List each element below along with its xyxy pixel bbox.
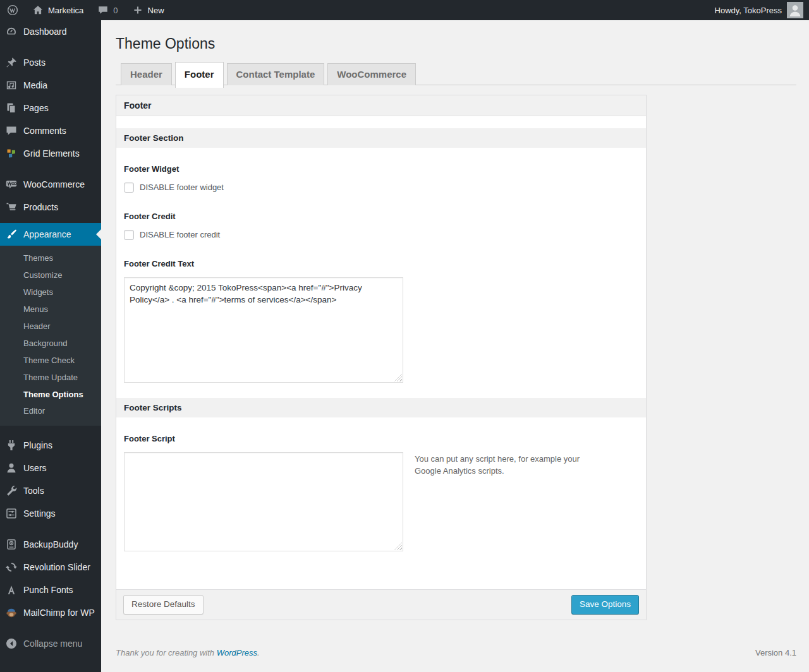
account-menu[interactable]: Howdy, TokoPress — [715, 2, 809, 18]
sidebar-label-plugins: Plugins — [23, 440, 52, 450]
sidebar-subitem-theme-check[interactable]: Theme Check — [0, 352, 101, 369]
restore-defaults-button[interactable]: Restore Defaults — [123, 595, 204, 615]
pages-icon — [5, 102, 18, 114]
sidebar-label-woocommerce: WooCommerce — [23, 179, 85, 189]
sidebar-item-grid-elements[interactable]: Grid Elements — [0, 142, 101, 165]
sidebar-label-appearance: Appearance — [23, 229, 71, 239]
main-content: Theme Options Header Footer Contact Temp… — [101, 20, 809, 672]
sidebar-label-settings: Settings — [23, 508, 56, 519]
comments-count: 0 — [113, 6, 118, 15]
tab-footer[interactable]: Footer — [175, 62, 224, 88]
footer-section-heading: Footer Section — [116, 128, 646, 148]
sidebar-item-backupbuddy[interactable]: BackupBuddy — [0, 533, 101, 556]
brush-icon — [5, 228, 18, 241]
version-text: Version 4.1 — [755, 648, 796, 657]
footer-widget-checkbox[interactable] — [124, 183, 134, 193]
sidebar-label-products: Products — [23, 202, 58, 212]
sidebar-item-users[interactable]: Users — [0, 457, 101, 479]
appearance-submenu: Themes Customize Widgets Menus Header Ba… — [0, 246, 101, 426]
sidebar-label-posts: Posts — [23, 57, 46, 68]
settings-icon — [5, 507, 18, 520]
page-title: Theme Options — [116, 35, 796, 53]
save-options-button[interactable]: Save Options — [571, 595, 639, 615]
user-icon — [5, 462, 18, 474]
sidebar-label-revolution-slider: Revolution Slider — [23, 562, 90, 572]
sidebar-item-pages[interactable]: Pages — [0, 97, 101, 119]
footer-script-textarea[interactable] — [124, 452, 403, 551]
thanks-suffix: . — [257, 648, 260, 657]
tab-woocommerce[interactable]: WooCommerce — [327, 63, 416, 85]
admin-bar: Marketica 0 New Howdy, TokoPress — [0, 0, 809, 20]
site-name: Marketica — [48, 6, 83, 15]
sidebar-item-media[interactable]: Media — [0, 74, 101, 97]
comments-menu[interactable]: 0 — [90, 0, 125, 20]
new-content-menu[interactable]: New — [125, 0, 171, 20]
footer-scripts-fields: Footer Script You can put any script her… — [116, 417, 646, 589]
sidebar-label-mailchimp: MailChimp for WP — [23, 608, 95, 618]
footer-thanks-text: Thank you for creating with WordPress. — [116, 648, 260, 657]
wordpress-logo-menu[interactable] — [0, 0, 25, 20]
footer-credit-textarea[interactable]: Copyright &copy; 2015 TokoPress<span><a … — [124, 277, 403, 383]
sidebar-subitem-widgets[interactable]: Widgets — [0, 284, 101, 301]
panel-gap — [116, 116, 646, 128]
sidebar-label-tools: Tools — [23, 486, 44, 496]
sidebar-item-products[interactable]: Products — [0, 196, 101, 219]
sidebar-subitem-theme-update[interactable]: Theme Update — [0, 369, 101, 387]
sidebar-subitem-header[interactable]: Header — [0, 318, 101, 335]
woocommerce-icon — [5, 178, 18, 191]
sidebar-item-posts[interactable]: Posts — [0, 51, 101, 74]
sidebar-item-appearance[interactable]: Appearance — [0, 223, 101, 246]
footer-widget-label: Footer Widget — [124, 164, 638, 174]
sidebar-subitem-themes[interactable]: Themes — [0, 250, 101, 267]
howdy-text: Howdy, TokoPress — [715, 6, 782, 15]
sidebar-item-collapse-menu[interactable]: Collapse menu — [0, 632, 101, 655]
tab-contact-template[interactable]: Contact Template — [227, 63, 325, 85]
sidebar-label-punch-fonts: Punch Fonts — [23, 585, 73, 595]
footer-credit-checkbox-row[interactable]: DISABLE footer credit — [124, 230, 638, 240]
sidebar-subitem-background[interactable]: Background — [0, 335, 101, 352]
sidebar-item-settings[interactable]: Settings — [0, 502, 101, 525]
sidebar-item-mailchimp[interactable]: MailChimp for WP — [0, 601, 101, 624]
plus-icon — [132, 4, 143, 16]
plugin-icon — [5, 439, 18, 452]
sidebar-item-tools[interactable]: Tools — [0, 479, 101, 502]
grid-elements-icon — [5, 147, 18, 160]
sidebar-label-dashboard: Dashboard — [23, 27, 67, 37]
mailchimp-monkey-icon — [5, 606, 18, 619]
wordpress-link[interactable]: WordPress — [217, 648, 257, 657]
site-name-menu[interactable]: Marketica — [25, 0, 90, 20]
sidebar-label-backupbuddy: BackupBuddy — [23, 539, 78, 549]
sidebar-label-media: Media — [23, 80, 47, 90]
sidebar-item-punch-fonts[interactable]: Punch Fonts — [0, 579, 101, 601]
home-icon — [32, 4, 44, 16]
sidebar-item-revolution-slider[interactable]: Revolution Slider — [0, 556, 101, 579]
sidebar-subitem-customize[interactable]: Customize — [0, 267, 101, 284]
panel-footer: Restore Defaults Save Options — [116, 589, 646, 620]
sidebar-item-plugins[interactable]: Plugins — [0, 434, 101, 457]
footer-credit-checkbox-label: DISABLE footer credit — [140, 230, 220, 239]
footer-credit-text-label: Footer Credit Text — [124, 259, 638, 268]
sidebar-item-comments[interactable]: Comments — [0, 119, 101, 142]
sidebar-subitem-editor[interactable]: Editor — [0, 403, 101, 420]
footer-widget-checkbox-label: DISABLE footer widget — [140, 183, 224, 192]
avatar — [787, 2, 803, 18]
backup-drive-icon — [5, 538, 18, 551]
sidebar-label-comments: Comments — [23, 126, 66, 136]
tab-header[interactable]: Header — [121, 63, 172, 85]
footer-credit-textarea-wrap: Copyright &copy; 2015 TokoPress<span><a … — [124, 277, 403, 383]
tab-bar: Header Footer Contact Template WooCommer… — [116, 62, 796, 85]
sidebar-subitem-theme-options[interactable]: Theme Options — [0, 387, 101, 404]
footer-credit-checkbox[interactable] — [124, 230, 134, 240]
theme-options-panel: Footer Footer Section Footer Widget DISA… — [116, 95, 647, 620]
footer-script-label: Footer Script — [124, 434, 638, 443]
footer-widget-checkbox-row[interactable]: DISABLE footer widget — [124, 183, 638, 193]
dashboard-icon — [5, 25, 18, 38]
thanks-prefix: Thank you for creating with — [116, 648, 217, 657]
footer-credit-label: Footer Credit — [124, 212, 638, 221]
media-icon — [5, 79, 18, 92]
sidebar-item-woocommerce[interactable]: WooCommerce — [0, 173, 101, 196]
sidebar-label-grid-elements: Grid Elements — [23, 148, 80, 159]
footer-script-help-text: You can put any script here, for example… — [415, 453, 607, 477]
sidebar-item-dashboard[interactable]: Dashboard — [0, 20, 101, 43]
sidebar-subitem-menus[interactable]: Menus — [0, 301, 101, 318]
